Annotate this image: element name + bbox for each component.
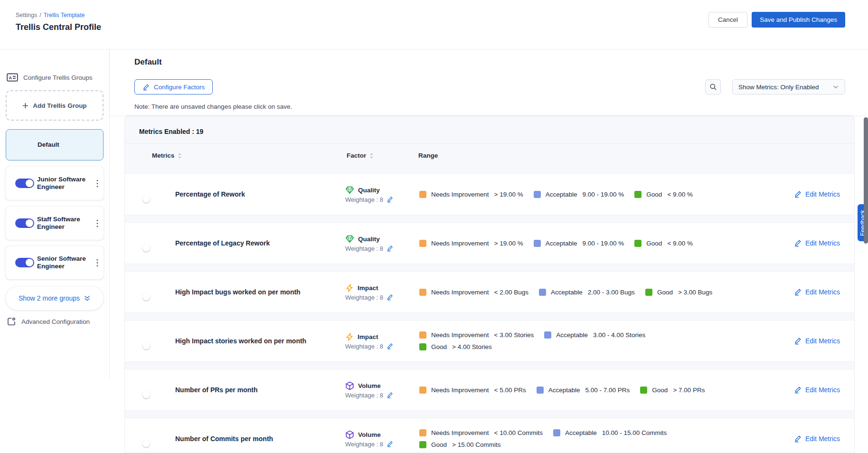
kebab-menu-icon[interactable] [93,256,102,269]
metric-row: Percentage of Legacy Rework Quality Weig… [125,222,854,264]
metric-row: Number of PRs per month Volume Weightage… [125,369,854,411]
range-color-swatch [419,441,426,448]
range-label: Good [431,441,447,448]
range-chip: Good > 15.00 Commits [419,441,500,448]
range-color-swatch [539,289,546,296]
plus-icon [22,103,28,109]
range-label: Acceptable [548,387,580,394]
sidebar-group-card[interactable]: Junior Software Engineer [6,167,104,200]
advanced-configuration-link[interactable]: Advanced Configuration [7,317,104,326]
group-enabled-toggle[interactable] [15,179,34,188]
edit-metrics-link[interactable]: Edit Metrics [794,190,840,198]
range-chip: Needs Improvement < 10.00 Commits [419,429,543,436]
edit-metrics-label: Edit Metrics [805,190,840,198]
range-label: Needs Improvement [431,289,489,296]
range-color-swatch [645,289,652,296]
range-chip: Needs Improvement < 5.00 PRs [419,387,526,394]
edit-weightage-pencil-icon[interactable] [387,392,393,398]
range-value: < 9.00 % [667,191,693,198]
edit-metrics-link[interactable]: Edit Metrics [794,337,840,345]
edit-metrics-link[interactable]: Edit Metrics [794,435,840,443]
range-cell: Needs Improvement > 19.00 % Acceptable 9… [419,191,714,198]
edit-weightage-pencil-icon[interactable] [387,294,393,301]
range-color-swatch [419,429,426,436]
column-header-metrics[interactable]: Metrics [152,152,347,159]
range-value: > 15.00 Commits [452,441,500,448]
group-enabled-toggle[interactable] [15,218,34,228]
breadcrumb-trellis-template[interactable]: Trellis Template [44,12,85,19]
metrics-table-body: Percentage of Rework Quality Weightage :… [125,173,854,453]
metric-row: High Impact bugs worked on per month Imp… [125,271,854,313]
range-value: < 2.00 Bugs [494,289,528,296]
range-label: Needs Improvement [431,240,489,247]
add-trellis-group-button[interactable]: Add Trellis Group [6,90,104,121]
group-name: Junior Software Engineer [37,176,91,191]
weightage-label: Weightage : 8 [345,343,383,350]
kebab-menu-icon[interactable] [93,217,102,229]
metric-name: High Impact bugs worked on per month [175,288,345,296]
group-enabled-toggle[interactable] [15,258,34,267]
metric-row: Number of Commits per month Volume Weigh… [125,418,854,453]
sidebar-item-default-group[interactable]: Default [6,129,104,160]
kebab-menu-icon[interactable] [93,177,102,189]
group-name: Staff Software Engineer [37,216,91,231]
edit-weightage-pencil-icon[interactable] [387,245,393,252]
metric-name: High Impact stories worked on per month [175,337,345,345]
edit-pencil-icon [794,337,802,345]
range-label: Acceptable [556,331,588,339]
column-header-factor[interactable]: Factor [347,152,418,159]
configure-factors-button[interactable]: Configure Factors [134,79,213,94]
double-chevron-down-icon [84,295,91,302]
range-label: Good [646,240,662,247]
range-cell: Needs Improvement < 10.00 Commits Accept… [419,429,714,448]
factor-name: Impact [358,333,378,340]
sidebar-group-card[interactable]: Staff Software Engineer [6,207,104,240]
range-label: Acceptable [565,429,597,436]
main-header-section: Default Configure Factors Note: There ar… [110,49,868,115]
sidebar-group-card[interactable]: Senior Software Engineer [6,246,104,279]
show-metrics-dropdown[interactable]: Show Metrics: Only Enabled [732,79,845,94]
edit-metrics-link[interactable]: Edit Metrics [794,386,840,394]
range-label: Good [646,191,662,198]
range-chip: Good < 9.00 % [634,240,693,247]
weightage-label: Weightage : 8 [345,441,383,448]
breadcrumb-settings[interactable]: Settings [16,12,37,19]
edit-metrics-link[interactable]: Edit Metrics [794,288,840,296]
metric-name: Number of PRs per month [175,386,345,394]
show-metrics-dropdown-value: Show Metrics: Only Enabled [738,84,819,91]
metrics-enabled-count: Metrics Enabled : 19 [125,116,854,144]
range-value: < 5.00 PRs [494,387,526,394]
edit-weightage-pencil-icon[interactable] [387,343,393,349]
range-chip: Acceptable 5.00 - 7.00 PRs [537,387,630,394]
range-chip: Good < 9.00 % [634,191,693,198]
range-chip: Needs Improvement < 2.00 Bugs [419,289,528,296]
range-label: Needs Improvement [431,331,489,339]
breadcrumb-separator: / [39,12,41,19]
range-color-swatch [419,343,426,350]
edit-weightage-pencil-icon[interactable] [387,441,393,447]
gear-box-icon [7,317,16,326]
edit-weightage-pencil-icon[interactable] [387,196,393,203]
range-value: > 19.00 % [494,240,523,247]
search-button[interactable] [705,79,721,94]
range-label: Good [652,387,668,394]
sort-icon[interactable] [178,152,182,159]
configure-trellis-groups-label: A Configure Trellis Groups [7,73,104,82]
cancel-button[interactable]: Cancel [708,12,747,28]
vertical-scrollbar-thumb[interactable] [864,117,868,244]
edit-metrics-link[interactable]: Edit Metrics [794,239,840,247]
range-color-swatch [537,387,544,394]
range-label: Acceptable [551,289,583,296]
save-and-publish-button[interactable]: Save and Publish Changes [752,12,845,28]
trellis-groups-sidebar: A Configure Trellis Groups Add Trellis G… [0,49,110,379]
range-value: 9.00 - 19.00 % [583,191,624,198]
sort-icon[interactable] [369,152,374,159]
range-color-swatch [419,387,426,394]
metrics-panel: Metrics Enabled : 19 Metrics Factor Rang… [124,115,855,453]
range-value: < 3.00 Stories [494,331,534,339]
metric-name: Percentage of Legacy Rework [175,239,345,247]
cube-icon [345,381,354,390]
range-value: < 10.00 Commits [494,429,543,436]
range-label: Needs Improvement [431,191,489,198]
show-more-groups-button[interactable]: Show 2 more groups [6,286,104,310]
